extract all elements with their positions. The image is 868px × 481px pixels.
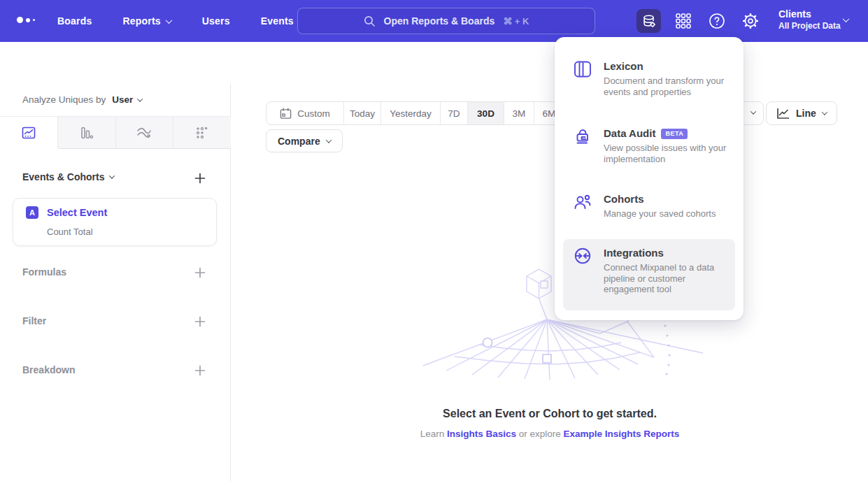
apps-grid-icon[interactable] xyxy=(675,13,692,29)
date-segment-3m[interactable]: 3M xyxy=(504,102,534,124)
menu-description: Connect Mixpanel to a data pipeline or c… xyxy=(604,262,728,295)
tab-line-chart[interactable] xyxy=(0,117,58,148)
chart-style-button[interactable]: Line xyxy=(766,101,837,125)
calendar-icon xyxy=(280,108,292,120)
tab-bar-chart[interactable] xyxy=(58,117,116,148)
data-audit-icon xyxy=(574,127,592,164)
date-segment-7d[interactable]: 7D xyxy=(440,102,467,124)
add-breakdown-button[interactable] xyxy=(194,365,206,376)
data-management-button[interactable] xyxy=(636,9,661,33)
menu-item-integrations[interactable]: Integrations Connect Mixpanel to a data … xyxy=(563,239,735,310)
empty-state-links: Learn Insights Basics or explore Example… xyxy=(232,429,868,439)
top-navbar: Boards Reports Users Events Open Reports… xyxy=(0,0,868,42)
cohorts-users-icon xyxy=(574,192,592,220)
line-chart-icon xyxy=(22,126,36,140)
add-formula-button[interactable] xyxy=(194,267,206,278)
project-switcher[interactable]: Clients All Project Data xyxy=(778,8,841,31)
empty-state-heading: Select an Event or Cohort to get started… xyxy=(232,408,868,420)
events-cohorts-header[interactable]: Events & Cohorts xyxy=(22,171,114,182)
tab-flow-chart[interactable] xyxy=(116,117,174,148)
chevron-down-icon xyxy=(109,173,115,178)
bar-chart-icon xyxy=(80,126,94,140)
beta-badge: BETA xyxy=(661,129,688,139)
select-event-card[interactable]: A Select Event Count Total xyxy=(13,198,217,246)
data-management-icon xyxy=(641,13,657,29)
chevron-down-icon xyxy=(165,17,172,24)
date-range-more-button[interactable] xyxy=(742,102,763,124)
search-placeholder: Open Reports & Boards xyxy=(384,15,495,27)
date-segment-yesterday[interactable]: Yesterday xyxy=(380,102,440,124)
breakdown-header: Breakdown xyxy=(22,364,75,375)
analyze-row: Analyze Uniques by User xyxy=(22,94,142,105)
menu-item-data-audit[interactable]: Data Audit BETA View possible issues wit… xyxy=(563,120,735,171)
tab-metric-chart[interactable] xyxy=(173,117,231,148)
menu-title: Cohorts xyxy=(604,192,644,206)
count-total-label[interactable]: Count Total xyxy=(47,227,93,237)
analyze-label: Analyze Uniques by xyxy=(22,94,106,105)
nav-item-boards[interactable]: Boards xyxy=(57,15,92,27)
integrations-sync-icon xyxy=(574,246,592,303)
select-event-label: Select Event xyxy=(47,207,107,218)
formulas-header: Formulas xyxy=(22,266,66,278)
chevron-down-icon xyxy=(325,137,331,143)
chevron-down-icon xyxy=(750,108,755,114)
compare-button[interactable]: Compare xyxy=(266,129,343,152)
filter-header: Filter xyxy=(22,315,46,326)
mixpanel-insights-app: Boards Reports Users Events Open Reports… xyxy=(0,0,868,481)
or-explore-label: or explore xyxy=(519,429,561,439)
menu-title: Data Audit xyxy=(604,127,655,141)
menu-description: Document and transform your events and p… xyxy=(604,76,728,97)
chart-type-tabs xyxy=(0,116,231,149)
query-builder-sidebar: Analyze Uniques by User xyxy=(0,84,231,481)
learn-label: Learn xyxy=(420,429,445,439)
flow-chart-icon xyxy=(136,126,152,140)
report-canvas: Custom Today Yesterday 7D 30D 3M 6M Comp… xyxy=(232,84,868,481)
lexicon-book-icon xyxy=(574,59,592,97)
event-series-badge: A xyxy=(26,206,38,219)
project-name: All Project Data xyxy=(778,20,841,31)
help-icon[interactable] xyxy=(709,13,725,29)
metric-dots-icon xyxy=(195,126,209,140)
date-segment-30d[interactable]: 30D xyxy=(467,102,504,124)
primary-nav: Boards Reports Users Events xyxy=(57,0,294,42)
nav-item-users[interactable]: Users xyxy=(202,15,230,27)
org-name: Clients xyxy=(778,8,841,20)
chevron-down-icon xyxy=(843,15,850,22)
date-segment-today[interactable]: Today xyxy=(343,102,380,124)
data-management-menu: Lexicon Document and transform your even… xyxy=(555,37,744,320)
nav-item-reports[interactable]: Reports xyxy=(122,15,171,27)
add-event-button[interactable] xyxy=(194,173,206,184)
chevron-down-icon xyxy=(822,109,827,115)
date-segment-custom[interactable]: Custom xyxy=(266,102,343,124)
search-icon xyxy=(364,15,376,27)
mixpanel-logo-icon[interactable] xyxy=(17,17,35,23)
menu-title: Integrations xyxy=(604,246,664,260)
menu-description: View possible issues with your implement… xyxy=(604,143,728,164)
insights-basics-link[interactable]: Insights Basics xyxy=(447,429,516,439)
example-reports-link[interactable]: Example Insights Reports xyxy=(564,429,680,439)
global-search-input[interactable]: Open Reports & Boards ⌘ + K xyxy=(297,8,595,34)
nav-item-events[interactable]: Events xyxy=(261,15,294,27)
analyze-by-selector[interactable]: User xyxy=(112,94,142,105)
settings-icon[interactable] xyxy=(742,13,759,29)
menu-description: Manage your saved cohorts xyxy=(604,208,728,220)
menu-item-lexicon[interactable]: Lexicon Document and transform your even… xyxy=(563,52,735,104)
add-filter-button[interactable] xyxy=(194,316,206,327)
line-style-icon xyxy=(776,108,790,120)
search-shortcut: ⌘ + K xyxy=(503,16,529,27)
chevron-down-icon xyxy=(137,96,143,101)
menu-title: Lexicon xyxy=(604,59,643,73)
menu-item-cohorts[interactable]: Cohorts Manage your saved cohorts xyxy=(563,185,735,227)
